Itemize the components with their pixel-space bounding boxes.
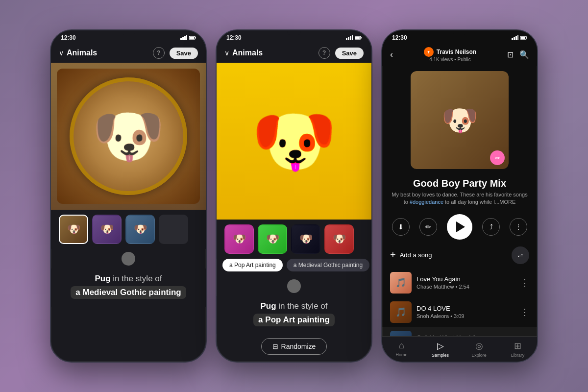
views-count: 4.1K views bbox=[429, 57, 453, 62]
download-button[interactable]: ⬇ bbox=[392, 218, 410, 236]
playlist-title: Good Boy Party Mix bbox=[382, 174, 537, 191]
header-title-2: Animals bbox=[232, 49, 263, 57]
song-title-1: Love You Again bbox=[416, 275, 515, 283]
caption-2: Pug in the style of a Pop Art painting bbox=[217, 296, 371, 334]
save-button-1[interactable]: Save bbox=[170, 48, 198, 59]
status-icons-1 bbox=[180, 35, 196, 40]
yt-header: ‹ T Travis Neilson 4.1K views • Public ⊡… bbox=[382, 43, 537, 66]
popart-bg: 🐶 bbox=[217, 63, 371, 220]
help-button-1[interactable]: ? bbox=[153, 47, 165, 59]
song-list: 🎵 Love You Again Chase Matthew • 2:54 ⋮ … bbox=[382, 268, 537, 336]
song-item-1[interactable]: 🎵 Love You Again Chase Matthew • 2:54 ⋮ bbox=[382, 268, 537, 297]
thumb-p4[interactable]: 🐶 bbox=[324, 224, 354, 254]
scroll-dot-2 bbox=[287, 279, 301, 293]
explore-icon: ◎ bbox=[475, 341, 483, 351]
play-button[interactable] bbox=[447, 214, 472, 240]
yt-header-center: T Travis Neilson 4.1K views • Public bbox=[424, 47, 476, 62]
main-image-1: 🐶 bbox=[51, 63, 206, 210]
thumb-3[interactable]: 🐶 bbox=[125, 215, 155, 244]
svg-rect-3 bbox=[186, 35, 187, 40]
channel-info: T Travis Neilson bbox=[424, 47, 476, 57]
caption-prefix-2: in the style of bbox=[278, 301, 327, 311]
status-time-2: 12:30 bbox=[226, 34, 242, 41]
song-info-1: Love You Again Chase Matthew • 2:54 bbox=[416, 275, 515, 290]
share-button[interactable]: ⤴ bbox=[482, 218, 500, 236]
save-button-2[interactable]: Save bbox=[335, 48, 364, 59]
song-title-2: DO 4 LOVE bbox=[416, 305, 515, 312]
thumb-strip-2: 🐶 🐶 🐶 🐶 bbox=[217, 220, 371, 259]
nav-library[interactable]: ⊞ Library bbox=[498, 337, 537, 362]
edit-button[interactable]: ✏ bbox=[419, 218, 437, 236]
phone1-wrapper: 12:30 ∨ Animals ? Save 🐶 bbox=[50, 29, 207, 363]
bottom-nav: ⌂ Home ▷ Samples ◎ Explore ⊞ Library bbox=[382, 336, 537, 362]
thumb-p2[interactable]: 🐶 bbox=[258, 224, 287, 254]
battery-icon-3 bbox=[520, 35, 527, 40]
svg-rect-19 bbox=[521, 37, 525, 39]
more-button[interactable]: ⋮ bbox=[510, 218, 527, 236]
chevron-down-icon-2[interactable]: ∨ bbox=[224, 49, 229, 57]
back-icon[interactable]: ‹ bbox=[390, 49, 393, 60]
nav-explore[interactable]: ◎ Explore bbox=[460, 337, 498, 362]
edit-fab[interactable]: ✏ bbox=[490, 150, 505, 165]
nav-explore-label: Explore bbox=[471, 353, 487, 358]
song-item-2[interactable]: 🎵 DO 4 LOVE Snoh Aaleora • 3:09 ⋮ bbox=[382, 297, 537, 327]
nav-home[interactable]: ⌂ Home bbox=[382, 337, 421, 362]
song-item-3[interactable]: 🎵 Call Me What You Like Lovejoy ⊡ ⏸ bbox=[382, 327, 537, 336]
yt-header-left: ‹ bbox=[390, 49, 393, 60]
song-artist-1: Chase Matthew • 2:54 bbox=[416, 284, 515, 290]
scroll-indicator-2 bbox=[217, 276, 371, 296]
plus-icon[interactable]: + bbox=[390, 249, 396, 261]
nav-samples[interactable]: ▷ Samples bbox=[421, 337, 460, 362]
shuffle-button[interactable]: ⇌ bbox=[512, 246, 529, 264]
phone-1: 12:30 ∨ Animals ? Save 🐶 bbox=[50, 29, 207, 363]
pug-face-popart: 🐶 bbox=[251, 101, 337, 182]
phone-2: 12:30 ∨ Animals ? Save 🐶 🐶 bbox=[216, 29, 372, 363]
caption-style-2: a Pop Art painting bbox=[253, 314, 335, 326]
nav-library-label: Library bbox=[511, 353, 525, 358]
svg-rect-9 bbox=[350, 36, 351, 40]
more-link[interactable]: MORE bbox=[499, 199, 515, 205]
header-right-2: ? Save bbox=[318, 47, 364, 59]
thumb-2[interactable]: 🐶 bbox=[92, 215, 122, 244]
svg-rect-16 bbox=[515, 36, 517, 40]
chip-popart[interactable]: a Pop Art painting bbox=[222, 259, 283, 271]
cast-icon[interactable]: ⊡ bbox=[507, 50, 514, 59]
svg-rect-7 bbox=[346, 38, 347, 40]
chip-medieval[interactable]: a Medieval Gothic painting bbox=[287, 259, 369, 271]
thumb-p1[interactable]: 🐶 bbox=[224, 224, 254, 254]
notch-3 bbox=[453, 30, 466, 35]
svg-rect-17 bbox=[517, 35, 518, 40]
yt-controls: ⬇ ✏ ⤴ ⋮ bbox=[382, 211, 537, 243]
svg-rect-20 bbox=[527, 37, 528, 39]
caption-1: Pug in the style of a Medieval Gothic pa… bbox=[51, 269, 206, 307]
thumb-4-empty bbox=[159, 215, 188, 244]
header-title-1: Animals bbox=[67, 49, 97, 57]
notch-1 bbox=[122, 30, 135, 35]
status-time-1: 12:30 bbox=[61, 34, 76, 41]
svg-rect-15 bbox=[514, 37, 515, 40]
add-song-label[interactable]: Add a song bbox=[400, 251, 432, 259]
thumb-p3[interactable]: 🐶 bbox=[291, 224, 320, 254]
header-right-1: ? Save bbox=[153, 47, 198, 59]
notch-2 bbox=[287, 30, 301, 35]
thumb-1-selected[interactable]: 🐶 bbox=[59, 215, 88, 244]
search-icon[interactable]: 🔍 bbox=[519, 50, 529, 59]
status-icons-2 bbox=[346, 35, 362, 40]
app-header-1: ∨ Animals ? Save bbox=[51, 43, 206, 63]
channel-meta: 4.1K views • Public bbox=[429, 57, 471, 62]
svg-rect-10 bbox=[352, 35, 353, 40]
svg-rect-13 bbox=[361, 37, 362, 39]
battery-icon-2 bbox=[355, 35, 362, 40]
caption-text-2: Pug in the style of bbox=[226, 300, 362, 313]
caption-animal-1: Pug bbox=[95, 274, 110, 283]
playlist-art: 🐶 ✏ bbox=[411, 71, 509, 169]
randomize-button[interactable]: ⊟ Randomize bbox=[261, 338, 327, 355]
status-time-3: 12:30 bbox=[392, 34, 407, 41]
help-button-2[interactable]: ? bbox=[318, 47, 330, 59]
header-left-2: ∨ Animals bbox=[224, 49, 263, 57]
song-info-2: DO 4 LOVE Snoh Aaleora • 3:09 bbox=[416, 305, 515, 319]
style-chips: a Pop Art painting a Medieval Gothic pai… bbox=[217, 259, 371, 276]
song-more-1[interactable]: ⋮ bbox=[520, 277, 529, 288]
song-more-2[interactable]: ⋮ bbox=[520, 307, 529, 318]
chevron-down-icon-1[interactable]: ∨ bbox=[59, 49, 64, 57]
